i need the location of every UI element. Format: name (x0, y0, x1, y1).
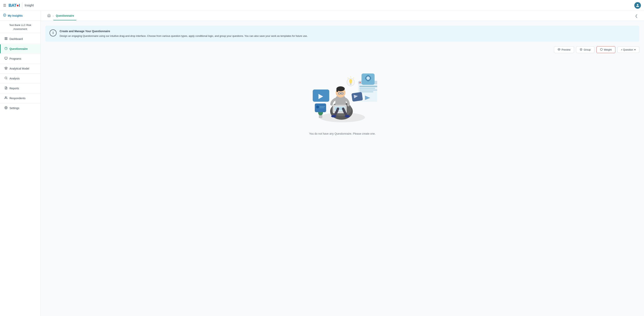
reports-label: Reports (10, 87, 19, 90)
analysis-icon (4, 77, 8, 80)
analytical-model-icon (4, 67, 8, 71)
sidebar-item-respondents[interactable]: Respondents (0, 94, 40, 103)
group-icon (580, 48, 582, 51)
main-layout: My Insights Test Bank LLC Risk Assessmen… (0, 11, 644, 316)
avatar-icon (636, 4, 639, 7)
svg-point-45 (359, 82, 361, 83)
svg-point-10 (5, 77, 7, 79)
svg-rect-2 (6, 37, 7, 38)
svg-rect-58 (368, 80, 369, 82)
divider (0, 64, 40, 64)
info-banner: i Create and Manage Your Questionnaire D… (45, 26, 639, 42)
svg-rect-59 (365, 78, 366, 79)
breadcrumb: › Questionnaire ❮ (41, 11, 644, 21)
sidebar-item-programs[interactable]: Programs (0, 54, 40, 63)
svg-point-56 (366, 77, 370, 80)
svg-point-15 (6, 107, 6, 108)
programs-label: Programs (10, 57, 21, 60)
main-content: › Questionnaire ❮ i Create and Manage Yo… (41, 11, 644, 316)
sidebar-item-dashboard[interactable]: Dashboard (0, 35, 40, 43)
info-banner-title: Create and Manage Your Questionnaire (60, 29, 308, 33)
sidebar-item-questionnaire[interactable]: Questionnaire (0, 44, 40, 53)
empty-state-message: You do not have any Questionnaire. Pleas… (309, 132, 376, 135)
respondents-label: Respondents (10, 97, 26, 100)
empty-illustration (308, 66, 377, 128)
svg-rect-1 (5, 37, 6, 38)
sidebar-item-analytical-model[interactable]: Analytical Model (0, 64, 40, 73)
analysis-label: Analysis (10, 77, 20, 80)
toolbar: Preview Group Weig (45, 46, 639, 53)
add-question-label: + Question (621, 48, 633, 51)
info-banner-body: Create and Manage Your Questionnaire Des… (60, 29, 308, 38)
svg-rect-60 (370, 78, 371, 79)
collapse-icon[interactable]: ❮ (633, 13, 639, 19)
group-button[interactable]: Group (576, 46, 594, 53)
svg-rect-63 (350, 84, 352, 85)
sidebar-nav: Dashboard Questionnaire (0, 33, 40, 114)
questionnaire-label: Questionnaire (10, 47, 28, 50)
svg-point-40 (316, 106, 319, 108)
analytical-model-label: Analytical Model (10, 67, 29, 70)
svg-rect-67 (352, 92, 363, 102)
weight-label: Weight (604, 48, 612, 51)
divider (0, 83, 40, 84)
app-name: Insight (24, 4, 34, 7)
questionnaire-icon (4, 47, 8, 51)
svg-line-11 (6, 79, 7, 79)
sidebar: My Insights Test Bank LLC Risk Assessmen… (0, 11, 41, 316)
sidebar-item-settings[interactable]: Settings (0, 104, 40, 113)
info-banner-description: Design an engaging Questionnaire using o… (60, 34, 308, 38)
respondents-icon (4, 96, 8, 100)
empty-state: You do not have any Questionnaire. Pleas… (45, 58, 639, 139)
avatar[interactable] (634, 2, 641, 9)
settings-icon (4, 106, 8, 110)
breadcrumb-current-page[interactable]: Questionnaire (54, 12, 76, 20)
programs-icon (4, 57, 8, 61)
divider (0, 73, 40, 74)
add-question-button[interactable]: + Question ▾ (617, 47, 639, 53)
svg-point-33 (331, 115, 336, 118)
reports-icon (4, 86, 8, 90)
preview-button[interactable]: Preview (554, 46, 574, 53)
divider (0, 44, 40, 44)
dropdown-icon: ▾ (634, 48, 636, 51)
divider (0, 93, 40, 93)
svg-line-65 (353, 78, 354, 79)
info-icon: i (50, 30, 56, 37)
sidebar-my-insights[interactable]: My Insights (0, 11, 40, 21)
group-label: Group (584, 48, 590, 51)
svg-line-66 (348, 78, 348, 79)
logo-text: BAT●I (8, 3, 20, 8)
weight-button[interactable]: Weight (596, 46, 615, 53)
preview-icon (558, 48, 560, 51)
logo: BAT●I (8, 3, 20, 8)
svg-rect-7 (5, 57, 7, 59)
sidebar-item-analysis[interactable]: Analysis (0, 74, 40, 83)
project-name: Test Bank LLC Risk Assessment (0, 21, 40, 33)
back-circle-icon (3, 14, 6, 17)
svg-rect-23 (336, 89, 338, 92)
sidebar-item-reports[interactable]: Reports (0, 84, 40, 93)
my-insights-icon (3, 14, 6, 18)
svg-point-34 (345, 115, 350, 118)
weight-icon (600, 48, 603, 51)
dashboard-label: Dashboard (10, 37, 23, 41)
svg-rect-57 (368, 75, 369, 76)
svg-rect-49 (359, 88, 375, 89)
svg-rect-51 (359, 91, 373, 92)
svg-rect-50 (359, 90, 377, 91)
my-insights-label: My Insights (8, 14, 23, 17)
home-breadcrumb[interactable] (45, 11, 53, 21)
page-content: i Create and Manage Your Questionnaire D… (41, 21, 644, 316)
svg-rect-4 (6, 39, 7, 40)
preview-label: Preview (562, 48, 570, 51)
header-divider (22, 3, 22, 8)
menu-icon[interactable]: ☰ (3, 3, 6, 8)
svg-point-16 (558, 49, 560, 50)
settings-label: Settings (10, 107, 19, 110)
dashboard-icon (4, 37, 8, 41)
svg-point-14 (5, 97, 6, 98)
svg-rect-62 (350, 84, 352, 84)
svg-rect-48 (359, 86, 377, 87)
app-header: ☰ BAT●I Insight (0, 0, 644, 11)
